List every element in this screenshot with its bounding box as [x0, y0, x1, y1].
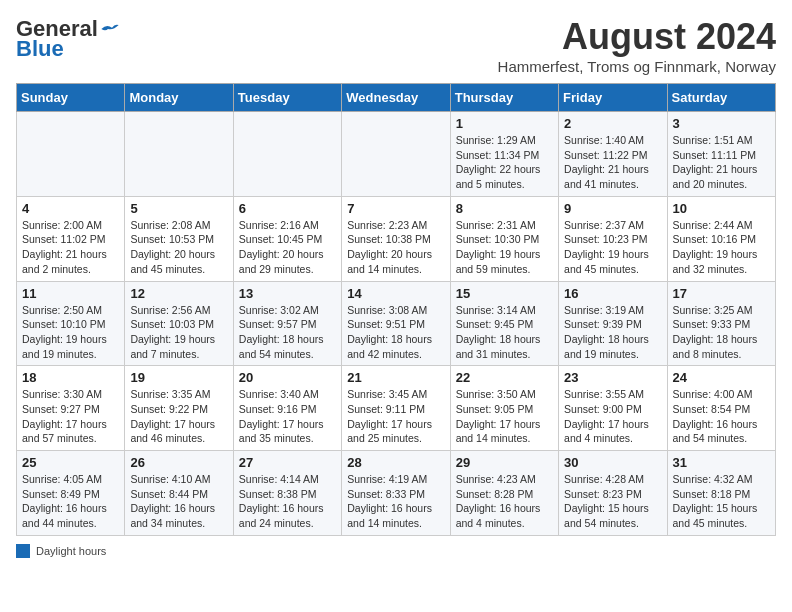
- calendar-cell: 25Sunrise: 4:05 AM Sunset: 8:49 PM Dayli…: [17, 451, 125, 536]
- day-info: Sunrise: 3:55 AM Sunset: 9:00 PM Dayligh…: [564, 387, 661, 446]
- day-number: 17: [673, 286, 770, 301]
- calendar-cell: 11Sunrise: 2:50 AM Sunset: 10:10 PM Dayl…: [17, 281, 125, 366]
- header: General Blue August 2024 Hammerfest, Tro…: [16, 16, 776, 75]
- calendar-cell: 29Sunrise: 4:23 AM Sunset: 8:28 PM Dayli…: [450, 451, 558, 536]
- calendar-cell: 31Sunrise: 4:32 AM Sunset: 8:18 PM Dayli…: [667, 451, 775, 536]
- calendar-cell: 10Sunrise: 2:44 AM Sunset: 10:16 PM Dayl…: [667, 196, 775, 281]
- day-info: Sunrise: 4:00 AM Sunset: 8:54 PM Dayligh…: [673, 387, 770, 446]
- day-info: Sunrise: 2:23 AM Sunset: 10:38 PM Daylig…: [347, 218, 444, 277]
- day-info: Sunrise: 4:14 AM Sunset: 8:38 PM Dayligh…: [239, 472, 336, 531]
- day-info: Sunrise: 1:40 AM Sunset: 11:22 PM Daylig…: [564, 133, 661, 192]
- day-info: Sunrise: 4:23 AM Sunset: 8:28 PM Dayligh…: [456, 472, 553, 531]
- day-number: 13: [239, 286, 336, 301]
- day-number: 11: [22, 286, 119, 301]
- calendar-cell: 16Sunrise: 3:19 AM Sunset: 9:39 PM Dayli…: [559, 281, 667, 366]
- day-number: 19: [130, 370, 227, 385]
- day-info: Sunrise: 4:32 AM Sunset: 8:18 PM Dayligh…: [673, 472, 770, 531]
- calendar-cell: 5Sunrise: 2:08 AM Sunset: 10:53 PM Dayli…: [125, 196, 233, 281]
- calendar-cell: 14Sunrise: 3:08 AM Sunset: 9:51 PM Dayli…: [342, 281, 450, 366]
- day-info: Sunrise: 3:14 AM Sunset: 9:45 PM Dayligh…: [456, 303, 553, 362]
- calendar-cell: [233, 112, 341, 197]
- calendar-cell: 6Sunrise: 2:16 AM Sunset: 10:45 PM Dayli…: [233, 196, 341, 281]
- day-number: 16: [564, 286, 661, 301]
- day-info: Sunrise: 3:30 AM Sunset: 9:27 PM Dayligh…: [22, 387, 119, 446]
- day-number: 7: [347, 201, 444, 216]
- day-number: 26: [130, 455, 227, 470]
- day-info: Sunrise: 3:19 AM Sunset: 9:39 PM Dayligh…: [564, 303, 661, 362]
- day-info: Sunrise: 2:44 AM Sunset: 10:16 PM Daylig…: [673, 218, 770, 277]
- day-number: 15: [456, 286, 553, 301]
- week-row-4: 18Sunrise: 3:30 AM Sunset: 9:27 PM Dayli…: [17, 366, 776, 451]
- title-area: August 2024 Hammerfest, Troms og Finnmar…: [498, 16, 776, 75]
- header-day-sunday: Sunday: [17, 84, 125, 112]
- day-info: Sunrise: 4:19 AM Sunset: 8:33 PM Dayligh…: [347, 472, 444, 531]
- day-number: 1: [456, 116, 553, 131]
- calendar-cell: 13Sunrise: 3:02 AM Sunset: 9:57 PM Dayli…: [233, 281, 341, 366]
- calendar-cell: 18Sunrise: 3:30 AM Sunset: 9:27 PM Dayli…: [17, 366, 125, 451]
- calendar-table: SundayMondayTuesdayWednesdayThursdayFrid…: [16, 83, 776, 536]
- day-info: Sunrise: 3:08 AM Sunset: 9:51 PM Dayligh…: [347, 303, 444, 362]
- day-number: 23: [564, 370, 661, 385]
- calendar-cell: 8Sunrise: 2:31 AM Sunset: 10:30 PM Dayli…: [450, 196, 558, 281]
- header-day-tuesday: Tuesday: [233, 84, 341, 112]
- day-number: 22: [456, 370, 553, 385]
- calendar-cell: 17Sunrise: 3:25 AM Sunset: 9:33 PM Dayli…: [667, 281, 775, 366]
- header-day-saturday: Saturday: [667, 84, 775, 112]
- day-number: 6: [239, 201, 336, 216]
- day-info: Sunrise: 4:28 AM Sunset: 8:23 PM Dayligh…: [564, 472, 661, 531]
- calendar-cell: 26Sunrise: 4:10 AM Sunset: 8:44 PM Dayli…: [125, 451, 233, 536]
- calendar-cell: 27Sunrise: 4:14 AM Sunset: 8:38 PM Dayli…: [233, 451, 341, 536]
- day-info: Sunrise: 2:16 AM Sunset: 10:45 PM Daylig…: [239, 218, 336, 277]
- calendar-cell: [342, 112, 450, 197]
- header-day-friday: Friday: [559, 84, 667, 112]
- day-info: Sunrise: 3:35 AM Sunset: 9:22 PM Dayligh…: [130, 387, 227, 446]
- footer: Daylight hours: [16, 544, 776, 558]
- calendar-cell: 2Sunrise: 1:40 AM Sunset: 11:22 PM Dayli…: [559, 112, 667, 197]
- calendar-cell: 21Sunrise: 3:45 AM Sunset: 9:11 PM Dayli…: [342, 366, 450, 451]
- day-number: 31: [673, 455, 770, 470]
- calendar-cell: 12Sunrise: 2:56 AM Sunset: 10:03 PM Dayl…: [125, 281, 233, 366]
- calendar-cell: 9Sunrise: 2:37 AM Sunset: 10:23 PM Dayli…: [559, 196, 667, 281]
- calendar-cell: 1Sunrise: 1:29 AM Sunset: 11:34 PM Dayli…: [450, 112, 558, 197]
- logo-blue-text: Blue: [16, 36, 64, 62]
- calendar-cell: 24Sunrise: 4:00 AM Sunset: 8:54 PM Dayli…: [667, 366, 775, 451]
- day-info: Sunrise: 3:25 AM Sunset: 9:33 PM Dayligh…: [673, 303, 770, 362]
- calendar-cell: 22Sunrise: 3:50 AM Sunset: 9:05 PM Dayli…: [450, 366, 558, 451]
- week-row-1: 1Sunrise: 1:29 AM Sunset: 11:34 PM Dayli…: [17, 112, 776, 197]
- day-info: Sunrise: 1:29 AM Sunset: 11:34 PM Daylig…: [456, 133, 553, 192]
- day-number: 27: [239, 455, 336, 470]
- header-day-wednesday: Wednesday: [342, 84, 450, 112]
- day-info: Sunrise: 2:00 AM Sunset: 11:02 PM Daylig…: [22, 218, 119, 277]
- calendar-cell: 19Sunrise: 3:35 AM Sunset: 9:22 PM Dayli…: [125, 366, 233, 451]
- day-info: Sunrise: 3:40 AM Sunset: 9:16 PM Dayligh…: [239, 387, 336, 446]
- calendar-cell: 28Sunrise: 4:19 AM Sunset: 8:33 PM Dayli…: [342, 451, 450, 536]
- day-info: Sunrise: 2:56 AM Sunset: 10:03 PM Daylig…: [130, 303, 227, 362]
- week-row-5: 25Sunrise: 4:05 AM Sunset: 8:49 PM Dayli…: [17, 451, 776, 536]
- day-number: 24: [673, 370, 770, 385]
- calendar-cell: 4Sunrise: 2:00 AM Sunset: 11:02 PM Dayli…: [17, 196, 125, 281]
- day-number: 3: [673, 116, 770, 131]
- day-number: 29: [456, 455, 553, 470]
- day-number: 9: [564, 201, 661, 216]
- day-info: Sunrise: 3:50 AM Sunset: 9:05 PM Dayligh…: [456, 387, 553, 446]
- day-number: 20: [239, 370, 336, 385]
- calendar-cell: 15Sunrise: 3:14 AM Sunset: 9:45 PM Dayli…: [450, 281, 558, 366]
- day-number: 25: [22, 455, 119, 470]
- day-info: Sunrise: 4:10 AM Sunset: 8:44 PM Dayligh…: [130, 472, 227, 531]
- calendar-cell: [17, 112, 125, 197]
- calendar-cell: 20Sunrise: 3:40 AM Sunset: 9:16 PM Dayli…: [233, 366, 341, 451]
- day-number: 8: [456, 201, 553, 216]
- calendar-cell: 3Sunrise: 1:51 AM Sunset: 11:11 PM Dayli…: [667, 112, 775, 197]
- day-info: Sunrise: 4:05 AM Sunset: 8:49 PM Dayligh…: [22, 472, 119, 531]
- calendar-cell: 30Sunrise: 4:28 AM Sunset: 8:23 PM Dayli…: [559, 451, 667, 536]
- week-row-2: 4Sunrise: 2:00 AM Sunset: 11:02 PM Dayli…: [17, 196, 776, 281]
- day-number: 4: [22, 201, 119, 216]
- month-title: August 2024: [498, 16, 776, 58]
- subtitle: Hammerfest, Troms og Finnmark, Norway: [498, 58, 776, 75]
- day-info: Sunrise: 2:50 AM Sunset: 10:10 PM Daylig…: [22, 303, 119, 362]
- logo: General Blue: [16, 16, 120, 62]
- day-info: Sunrise: 2:08 AM Sunset: 10:53 PM Daylig…: [130, 218, 227, 277]
- day-number: 10: [673, 201, 770, 216]
- day-number: 5: [130, 201, 227, 216]
- calendar-cell: 7Sunrise: 2:23 AM Sunset: 10:38 PM Dayli…: [342, 196, 450, 281]
